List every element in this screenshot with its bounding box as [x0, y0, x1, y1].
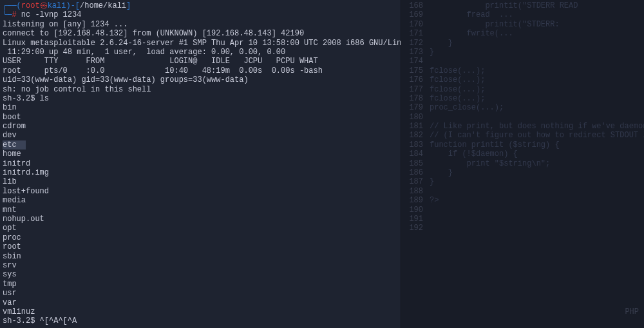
output-w-header: USER TTY FROM LOGIN@ IDLE JCPU PCPU WHAT	[3, 57, 398, 66]
dir-item: dev	[3, 131, 398, 140]
dir-item: sbin	[3, 252, 398, 261]
dir-item: lost+found	[3, 187, 398, 196]
output-id: uid=33(www-data) gid=33(www-data) groups…	[3, 75, 398, 84]
code-line: 169 fread ...	[405, 10, 640, 19]
dir-item: mnt	[3, 206, 398, 215]
code-line: 186 }	[405, 168, 640, 177]
code-line: 189?>	[405, 196, 640, 205]
output-connect: connect to [192.168.48.132] from (UNKNOW…	[3, 29, 398, 38]
dir-item: var	[3, 298, 398, 307]
dir-item: initrd	[3, 159, 398, 168]
dir-item: root	[3, 242, 398, 251]
dir-item: media	[3, 196, 398, 205]
code-line: 173}	[405, 48, 640, 57]
dir-item: nohup.out	[3, 215, 398, 224]
code-line: 176fclose(...);	[405, 75, 640, 84]
dir-item: proc	[3, 233, 398, 242]
dir-item: sys	[3, 270, 398, 279]
output-uptime: 11:29:00 up 48 min, 1 user, load average…	[3, 48, 398, 57]
output-nojob: sh: no job control in this shell	[3, 85, 398, 94]
dir-item: opt	[3, 224, 398, 233]
dir-item: tmp	[3, 280, 398, 289]
code-line: 168 printit("STDERR READ	[405, 1, 640, 10]
dir-item: cdrom	[3, 122, 398, 131]
code-line: 174	[405, 57, 640, 66]
code-line: 188	[405, 187, 640, 196]
output-uname: Linux metasploitable 2.6.24-16-server #1…	[3, 39, 398, 48]
sh-ls-line[interactable]: sh-3.2$ ls	[3, 94, 398, 103]
code-line: 184 if (!$daemon) {	[405, 150, 640, 159]
code-line: 191	[405, 215, 640, 224]
code-line: 183function printit ($string) {	[405, 140, 640, 150]
output-w-line: root pts/0 :0.0 10:40 48:19m 0.00s 0.00s…	[3, 66, 398, 75]
code-line: 177fclose(...);	[405, 85, 640, 94]
language-indicator: PHP	[625, 307, 639, 316]
code-line: 190	[405, 206, 640, 215]
code-line: 178fclose(...);	[405, 94, 640, 103]
terminal-left[interactable]: ┌──(root㉿kali)-[/home/kali] └─# nc -lvnp…	[0, 0, 401, 328]
dir-item: home	[3, 150, 398, 159]
dir-item: bin	[3, 103, 398, 112]
code-line: 181// Like print, but does nothing if we…	[405, 122, 640, 131]
dir-item: boot	[3, 113, 398, 122]
code-line: 179proc_close(...);	[405, 103, 640, 112]
prompt-line-1: ┌──(root㉿kali)-[/home/kali]	[3, 1, 398, 10]
sh-last-line[interactable]: sh-3.2$ ^[^A^[^A	[3, 316, 398, 325]
output-listening: listening on [any] 1234 ...	[3, 20, 398, 29]
dir-item: initrd.img	[3, 168, 398, 177]
code-line: 180	[405, 113, 640, 122]
code-line: 187}	[405, 177, 640, 186]
code-editor-right[interactable]: 168 printit("STDERR READ169 fread ...170…	[401, 0, 644, 328]
code-line: 172 }	[405, 39, 640, 48]
code-line: 170 printit("STDERR:	[405, 20, 640, 29]
dir-item: usr	[3, 289, 398, 298]
dir-item: etc	[3, 140, 398, 150]
dir-item: vmlinuz	[3, 307, 398, 316]
code-line: 175fclose(...);	[405, 66, 640, 75]
code-line: 192	[405, 224, 640, 233]
code-line: 182// (I can't figure out how to redirec…	[405, 131, 640, 140]
dir-item: lib	[3, 177, 398, 186]
code-line: 171 fwrite(...	[405, 29, 640, 38]
code-line: 185 print "$string\n";	[405, 159, 640, 168]
dir-item: srv	[3, 261, 398, 270]
prompt-line-2[interactable]: └─# nc -lvnp 1234	[3, 10, 398, 19]
